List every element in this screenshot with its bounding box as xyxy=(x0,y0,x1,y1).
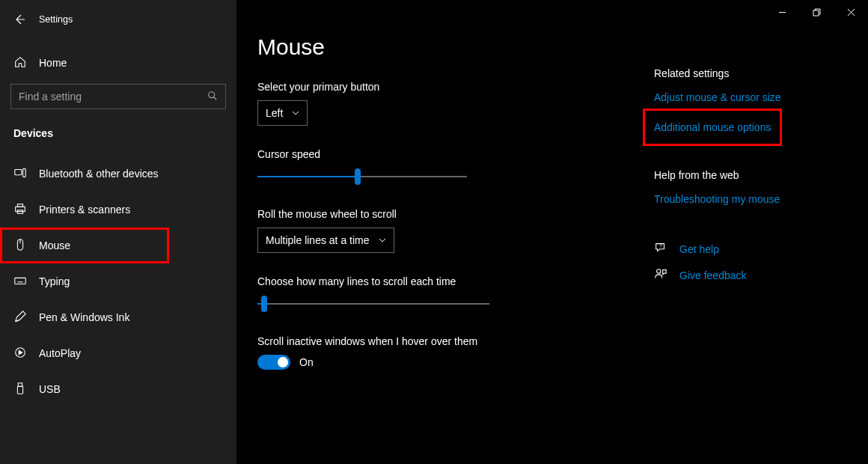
sidebar-item-typing[interactable]: Typing xyxy=(0,263,236,299)
printer-icon xyxy=(13,202,27,218)
sidebar-item-label: Mouse xyxy=(39,239,70,251)
sidebar-item-label: Printers & scanners xyxy=(39,204,130,216)
link-adjust-cursor[interactable]: Adjust mouse & cursor size xyxy=(654,91,868,103)
help-web-head: Help from the web xyxy=(654,169,868,181)
wheel-scroll-label: Roll the mouse wheel to scroll xyxy=(257,208,654,220)
keyboard-icon xyxy=(13,274,27,290)
lines-slider[interactable] xyxy=(257,295,489,313)
help-icon: ? xyxy=(654,241,667,257)
sidebar-item-mouse[interactable]: Mouse xyxy=(0,228,169,263)
link-additional-mouse-options[interactable]: Additional mouse options xyxy=(654,120,771,135)
svg-rect-18 xyxy=(813,10,819,16)
sidebar-item-bluetooth[interactable]: Bluetooth & other devices xyxy=(0,156,236,192)
usb-icon xyxy=(13,382,27,397)
get-help-link[interactable]: Get help xyxy=(679,243,719,255)
link-troubleshoot-mouse[interactable]: Troubleshooting my mouse xyxy=(654,193,868,205)
sidebar-item-label: Bluetooth & other devices xyxy=(39,168,159,180)
primary-button-dropdown[interactable]: Left xyxy=(257,100,308,126)
settings-column: Mouse Select your primary button Left Cu… xyxy=(257,34,654,392)
page-title: Mouse xyxy=(257,34,654,60)
give-feedback-link[interactable]: Give feedback xyxy=(679,269,747,281)
svg-rect-3 xyxy=(16,207,25,211)
home-icon xyxy=(13,55,27,71)
cursor-speed-label: Cursor speed xyxy=(257,148,654,160)
svg-point-22 xyxy=(657,269,661,273)
get-help-row[interactable]: ? Get help xyxy=(654,241,868,257)
sidebar: Settings Home Devices Bluetooth & other … xyxy=(0,0,236,464)
hover-scroll-label: Scroll inactive windows when I hover ove… xyxy=(257,335,654,347)
window-controls xyxy=(765,0,868,24)
sidebar-item-label: Typing xyxy=(39,275,70,287)
sidebar-item-autoplay[interactable]: AutoPlay xyxy=(0,335,236,371)
sidebar-home[interactable]: Home xyxy=(0,46,236,79)
sidebar-item-usb[interactable]: USB xyxy=(0,371,236,407)
feedback-icon xyxy=(654,267,667,283)
svg-point-0 xyxy=(209,91,215,97)
sidebar-nav: Bluetooth & other devices Printers & sca… xyxy=(0,156,236,407)
hover-scroll-state: On xyxy=(299,356,314,368)
hover-scroll-block: Scroll inactive windows when I hover ove… xyxy=(257,335,654,370)
app-title: Settings xyxy=(39,14,73,25)
sidebar-category: Devices xyxy=(0,127,236,139)
maximize-button[interactable] xyxy=(799,0,834,24)
close-button[interactable] xyxy=(834,0,868,24)
sidebar-item-label: USB xyxy=(39,383,61,395)
related-settings-head: Related settings xyxy=(654,67,868,79)
wheel-scroll-block: Roll the mouse wheel to scroll Multiple … xyxy=(257,208,654,253)
svg-rect-15 xyxy=(18,382,22,386)
give-feedback-row[interactable]: Give feedback xyxy=(654,267,868,283)
sidebar-item-printers[interactable]: Printers & scanners xyxy=(0,192,236,228)
search-field[interactable] xyxy=(19,91,207,103)
lines-label: Choose how many lines to scroll each tim… xyxy=(257,275,654,287)
svg-rect-2 xyxy=(23,168,26,177)
devices-icon xyxy=(13,166,27,182)
cursor-speed-block: Cursor speed xyxy=(257,148,654,186)
search-input[interactable] xyxy=(10,84,226,109)
cursor-speed-slider[interactable] xyxy=(257,168,467,186)
wheel-scroll-value: Multiple lines at a time xyxy=(266,234,370,246)
autoplay-icon xyxy=(13,346,27,361)
sidebar-item-label: AutoPlay xyxy=(39,347,81,359)
sidebar-item-pen[interactable]: Pen & Windows Ink xyxy=(0,299,236,335)
primary-button-block: Select your primary button Left xyxy=(257,81,654,126)
lines-block: Choose how many lines to scroll each tim… xyxy=(257,275,654,313)
home-label: Home xyxy=(39,57,67,69)
sidebar-item-label: Pen & Windows Ink xyxy=(39,311,129,323)
primary-button-value: Left xyxy=(266,107,283,119)
mouse-icon xyxy=(13,238,27,254)
svg-rect-8 xyxy=(15,278,25,284)
hover-scroll-toggle[interactable] xyxy=(257,355,290,370)
back-icon[interactable] xyxy=(13,13,25,25)
search-icon xyxy=(207,91,218,103)
wheel-scroll-dropdown[interactable]: Multiple lines at a time xyxy=(257,228,394,253)
svg-rect-4 xyxy=(17,204,22,207)
titlebar: Settings xyxy=(0,7,236,31)
primary-button-label: Select your primary button xyxy=(257,81,654,93)
main: Mouse Select your primary button Left Cu… xyxy=(236,0,868,464)
chevron-down-icon xyxy=(379,234,386,246)
svg-rect-16 xyxy=(17,386,22,394)
right-column: Related settings Adjust mouse & cursor s… xyxy=(654,34,868,392)
svg-text:?: ? xyxy=(659,243,662,248)
pen-icon xyxy=(13,310,27,326)
minimize-button[interactable] xyxy=(765,0,799,24)
svg-rect-1 xyxy=(15,169,22,174)
chevron-down-icon xyxy=(292,107,299,119)
